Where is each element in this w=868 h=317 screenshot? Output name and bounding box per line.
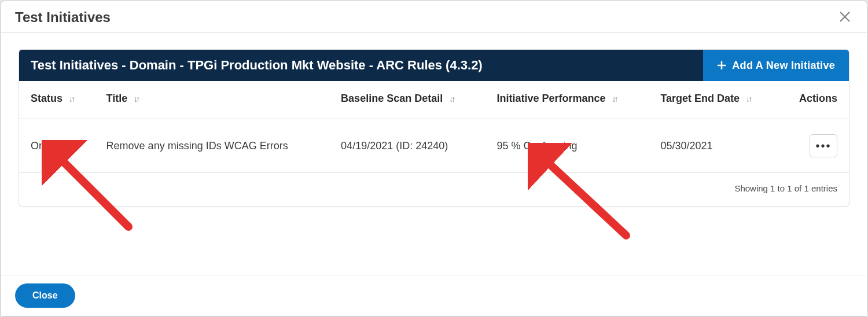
col-header-baseline-label: Baseline Scan Detail — [341, 93, 443, 104]
col-header-performance-label: Initiative Performance — [496, 93, 605, 104]
add-initiative-label: Add A New Initiative — [732, 60, 835, 72]
modal-dialog: Test Initiatives Test Initiatives - Doma… — [1, 1, 867, 316]
modal-header: Test Initiatives — [1, 1, 867, 33]
col-header-actions: Actions — [779, 81, 849, 119]
close-icon[interactable] — [837, 9, 853, 25]
sort-icon: ↓↑ — [449, 94, 454, 104]
col-header-title-label: Title — [106, 93, 128, 104]
close-button[interactable]: Close — [15, 283, 75, 308]
col-header-baseline[interactable]: Baseline Scan Detail ↓↑ — [329, 81, 485, 119]
cell-actions: ••• — [779, 119, 849, 173]
cell-performance: 95 % Conforming — [485, 119, 649, 173]
add-initiative-button[interactable]: Add A New Initiative — [703, 50, 849, 81]
initiatives-table: Status ↓↑ Title ↓↑ Baseline Scan Detail … — [19, 81, 849, 173]
initiatives-panel: Test Initiatives - Domain - TPGi Product… — [19, 49, 849, 207]
col-header-status[interactable]: Status ↓↑ — [19, 81, 95, 119]
col-header-status-label: Status — [31, 93, 62, 104]
table-header-row: Status ↓↑ Title ↓↑ Baseline Scan Detail … — [19, 81, 849, 119]
modal-title: Test Initiatives — [15, 9, 111, 25]
sort-icon: ↓↑ — [746, 94, 751, 104]
sort-icon: ↓↑ — [134, 94, 138, 104]
table-row: On Track Remove any missing IDs WCAG Err… — [19, 119, 849, 173]
cell-title: Remove any missing IDs WCAG Errors — [95, 119, 330, 173]
row-actions-button[interactable]: ••• — [810, 134, 837, 157]
plus-icon — [717, 61, 726, 70]
col-header-target-end[interactable]: Target End Date ↓↑ — [649, 81, 778, 119]
modal-body: Test Initiatives - Domain - TPGi Product… — [1, 33, 867, 275]
table-footer-info: Showing 1 to 1 of 1 entries — [19, 173, 849, 206]
panel-header: Test Initiatives - Domain - TPGi Product… — [19, 50, 849, 81]
col-header-actions-label: Actions — [799, 93, 837, 104]
cell-baseline: 04/19/2021 (ID: 24240) — [329, 119, 485, 173]
sort-icon: ↓↑ — [612, 94, 616, 104]
col-header-target-end-label: Target End Date — [660, 93, 740, 104]
cell-status: On Track — [19, 119, 95, 173]
cell-target-end: 05/30/2021 — [649, 119, 778, 173]
modal-footer: Close — [1, 275, 867, 316]
col-header-title[interactable]: Title ↓↑ — [95, 81, 330, 119]
sort-icon: ↓↑ — [69, 94, 73, 104]
panel-title: Test Initiatives - Domain - TPGi Product… — [19, 50, 703, 81]
col-header-performance[interactable]: Initiative Performance ↓↑ — [485, 81, 649, 119]
